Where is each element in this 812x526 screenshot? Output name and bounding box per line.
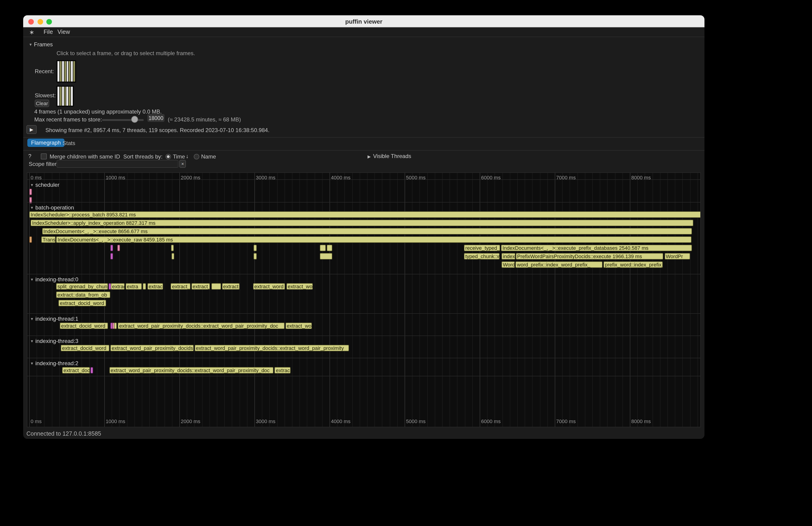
scope-bar[interactable] xyxy=(29,189,32,195)
scope-bar[interactable]: extract_docid_word xyxy=(61,345,110,351)
sort-by-time-label[interactable]: Time xyxy=(173,154,185,160)
title-bar[interactable]: puffin viewer xyxy=(23,15,705,27)
thread-header-indexing-thread:1[interactable]: ▼ indexing-thread:1 xyxy=(30,316,78,322)
scope-bar[interactable] xyxy=(254,245,257,251)
scope-bar[interactable]: extract_doc xyxy=(62,367,90,374)
frame-thumbnail[interactable] xyxy=(64,87,66,106)
scope-bar[interactable] xyxy=(327,245,333,251)
sort-by-name-label[interactable]: Name xyxy=(201,154,216,160)
timeline-gridline xyxy=(149,173,150,427)
slowest-frames-thumbnails[interactable] xyxy=(57,86,74,106)
frame-thumbnail[interactable] xyxy=(64,61,66,82)
frame-thumbnail[interactable] xyxy=(69,61,71,82)
frame-thumbnail[interactable] xyxy=(60,87,62,106)
scope-bar[interactable] xyxy=(172,253,174,260)
scope-bar[interactable]: extract_ xyxy=(191,283,210,290)
scope-bar[interactable] xyxy=(254,253,257,260)
frame-thumbnail[interactable] xyxy=(62,61,64,82)
scope-bar[interactable]: word_prefix::index_word_prefix_ xyxy=(516,261,603,268)
scope-bar[interactable] xyxy=(110,245,113,251)
menu-item-view[interactable]: View xyxy=(57,29,70,35)
thread-header-batch-operation[interactable]: ▼ batch-operation xyxy=(30,204,74,211)
scope-bar[interactable]: extract_word_pair_proximity_docids xyxy=(110,345,194,351)
thread-header-scheduler[interactable]: ▼ scheduler xyxy=(30,182,60,188)
scope-bar[interactable]: extract_wo xyxy=(285,323,312,329)
scope-bar[interactable]: typed_chunk::w xyxy=(464,253,500,260)
scope-bar[interactable] xyxy=(90,367,93,374)
thread-header-indexing-thread:3[interactable]: ▼ indexing-thread:3 xyxy=(30,338,78,344)
merge-children-label[interactable]: Merge children with same ID xyxy=(49,154,120,160)
scope-bar[interactable]: IndexDocuments<_, _>::execute 8656.677 m… xyxy=(42,228,692,234)
asterisk-icon[interactable]: ∗ xyxy=(29,29,34,36)
frame-thumbnail[interactable] xyxy=(73,61,75,82)
scope-bar[interactable]: extra xyxy=(125,283,142,290)
frame-thumbnail[interactable] xyxy=(57,87,59,106)
max-frames-slider-knob[interactable] xyxy=(131,116,138,123)
sort-by-time-radio[interactable] xyxy=(165,154,171,159)
max-frames-value[interactable]: 18000 xyxy=(147,114,164,122)
scope-bar[interactable]: extract_ xyxy=(171,283,190,290)
scope-bar[interactable]: prefix_word::index_prefix_wo xyxy=(604,261,663,268)
visible-threads-header[interactable]: Visible Threads xyxy=(373,153,411,159)
help-button[interactable]: ? xyxy=(28,153,31,159)
scope-bar[interactable]: extract xyxy=(111,283,125,290)
frame-thumbnail[interactable] xyxy=(71,61,73,82)
frames-section-header[interactable]: ▼ Frames xyxy=(29,41,53,48)
scope-bar[interactable] xyxy=(117,245,120,251)
scope-bar[interactable]: PrefixWordPairsProximityDocids::execute … xyxy=(516,253,664,260)
scope-bar[interactable] xyxy=(171,245,174,251)
scope-bar[interactable] xyxy=(143,283,146,290)
scope-bar[interactable]: extract_word_pair_proximity_docids::extr… xyxy=(109,367,274,374)
scope-bar[interactable] xyxy=(320,253,332,260)
scope-bar[interactable]: extract_docid_word xyxy=(58,300,106,306)
flamegraph-canvas[interactable]: 0 ms0 ms1000 ms1000 ms2000 ms2000 ms3000… xyxy=(27,172,701,427)
merge-children-checkbox[interactable] xyxy=(41,154,47,159)
recent-frames-thumbnails[interactable] xyxy=(57,60,76,83)
menu-item-file[interactable]: File xyxy=(44,29,53,35)
frame-thumbnail[interactable] xyxy=(57,61,59,82)
scope-bar[interactable]: extract_docid_word xyxy=(60,323,108,329)
play-button[interactable]: ▶ xyxy=(26,125,37,134)
scope-bar[interactable]: IndexScheduler>::process_batch 8953.821 … xyxy=(29,211,701,218)
scope-bar[interactable] xyxy=(29,236,32,243)
scope-bar[interactable]: split_grenad_by_chun xyxy=(56,283,108,290)
frame-thumbnail[interactable] xyxy=(69,87,71,106)
scope-bar[interactable] xyxy=(110,253,113,260)
frame-thumbnail[interactable] xyxy=(67,61,68,82)
tab-stats[interactable]: Stats xyxy=(62,140,75,146)
timeline-gridline xyxy=(240,173,240,427)
scope-bar[interactable]: extract_word_pair_proximity_docids::extr… xyxy=(194,345,349,351)
scope-bar[interactable] xyxy=(320,245,326,251)
clear-filter-button[interactable]: × xyxy=(179,160,186,168)
sort-by-name-radio[interactable] xyxy=(194,154,199,159)
scope-bar[interactable]: IndexDocuments<_, _>::execute_raw 8459.1… xyxy=(56,236,692,243)
frame-thumbnail[interactable] xyxy=(60,61,62,82)
scope-bar[interactable]: extract xyxy=(222,283,240,290)
scope-bar[interactable]: index xyxy=(502,253,515,260)
timeline-gridline xyxy=(690,173,690,427)
thread-header-indexing-thread:2[interactable]: ▼ indexing-thread:2 xyxy=(30,360,78,367)
timeline-gridline xyxy=(397,173,398,427)
scope-bar[interactable]: IndexDocuments<_, _>::execute_prefix_dat… xyxy=(501,245,692,251)
frame-thumbnail[interactable] xyxy=(67,87,68,106)
scope-filter-input[interactable] xyxy=(57,160,178,168)
scope-bar[interactable]: WordPr xyxy=(664,253,690,260)
scope-bar[interactable]: extract_wo xyxy=(287,283,313,290)
scope-bar[interactable]: extract_word_pair_proximity_docids::extr… xyxy=(118,323,284,329)
scope-bar[interactable]: IndexScheduler>::apply_index_operation 8… xyxy=(31,220,693,226)
scope-bar[interactable] xyxy=(211,283,221,290)
scope-bar[interactable]: extrac xyxy=(275,367,291,374)
sort-direction-arrow-icon[interactable]: ↓ xyxy=(186,153,189,159)
frame-thumbnail[interactable] xyxy=(71,87,73,106)
scope-bar[interactable]: extract_word xyxy=(253,283,285,290)
frame-thumbnail[interactable] xyxy=(62,87,64,106)
scope-bar[interactable]: receive_typed_ xyxy=(464,245,500,251)
clear-frames-button[interactable]: Clear xyxy=(35,100,49,107)
scope-bar[interactable]: extrac xyxy=(147,283,163,290)
scope-bar[interactable]: Trans xyxy=(41,236,56,243)
tab-flamegraph[interactable]: Flamegraph xyxy=(27,138,64,147)
scope-bar[interactable] xyxy=(114,323,117,329)
scope-bar[interactable]: extract::data_from_ob xyxy=(56,292,110,298)
scope-bar[interactable]: Word xyxy=(502,261,515,268)
thread-header-indexing-thread:0[interactable]: ▼ indexing-thread:0 xyxy=(30,276,78,283)
